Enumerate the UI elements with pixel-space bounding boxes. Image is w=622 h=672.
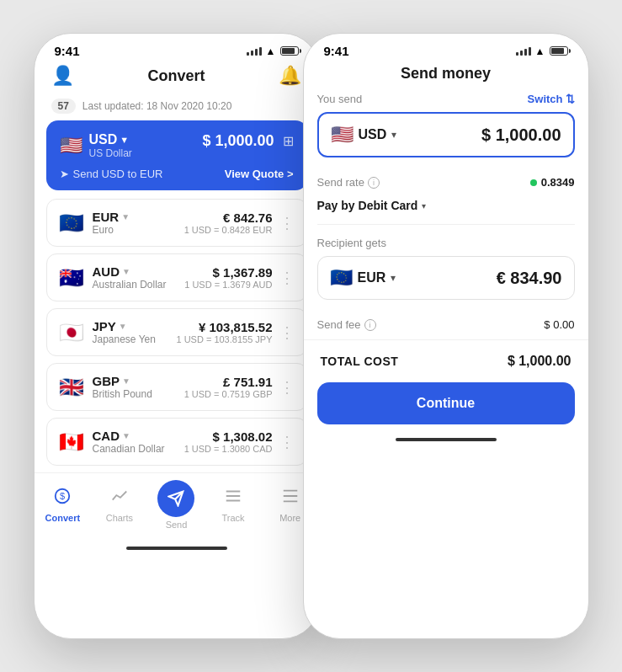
name-aud: Australian Dollar — [93, 279, 167, 291]
send-rate-info-icon[interactable]: i — [368, 177, 380, 189]
status-bar-2: 9:41 ▲ — [304, 34, 588, 61]
amount-gbp: £ 751.91 — [184, 375, 273, 389]
phone-1: 9:41 ▲ 👤 Convert — [34, 33, 320, 639]
dots-icon-aud[interactable]: ⋮ — [279, 269, 295, 287]
send-fee-value: $ 0.00 — [544, 318, 574, 331]
pay-method-chevron: ▾ — [422, 201, 426, 211]
update-text: Last updated: 18 Nov 2020 10:20 — [82, 100, 231, 112]
send-rate-label: Send rate i — [317, 176, 380, 189]
send-fee-row: Send fee i $ 0.00 — [317, 310, 575, 339]
recipient-currency-chevron: ▾ — [391, 272, 396, 284]
name-jpy: Japanese Yen — [93, 333, 156, 345]
nav-track[interactable]: Track — [205, 487, 262, 523]
user-icon[interactable]: 👤 — [51, 65, 74, 87]
flag-gbp: 🇬🇧 — [59, 376, 84, 399]
recipient-gets-label: Recipient gets — [317, 237, 575, 249]
nav-more-label: More — [279, 513, 300, 523]
flag-cad: 🇨🇦 — [59, 430, 84, 454]
battery-icon — [280, 46, 299, 56]
pay-method-row[interactable]: Pay by Debit Card ▾ — [317, 194, 575, 225]
bell-icon[interactable]: 🔔 — [279, 65, 301, 87]
wifi-icon: ▲ — [266, 45, 276, 57]
nav-charts-label: Charts — [106, 513, 133, 523]
recipient-currency-selector[interactable]: 🇪🇺 EUR ▾ — [330, 267, 396, 289]
send-currency-selector[interactable]: 🇺🇸 USD ▾ — [331, 124, 397, 146]
currency-item-eur[interactable]: 🇪🇺 EUR ▼ Euro € 842.76 1 USD = 0.8428 EU… — [46, 199, 307, 247]
wifi-icon-2: ▲ — [535, 45, 545, 57]
nav-send[interactable]: Send — [148, 480, 205, 530]
signal-icon — [247, 47, 262, 56]
amount-aud: $ 1,367.89 — [184, 265, 272, 280]
update-bar: 57 Last updated: 18 Nov 2020 10:20 — [35, 95, 319, 120]
send-label: ➤ Send USD to EUR — [60, 168, 163, 180]
recipient-code: EUR — [358, 270, 386, 285]
status-bar-1: 9:41 ▲ — [35, 34, 319, 61]
time-1: 9:41 — [55, 44, 80, 58]
total-cost-value: $ 1,000.00 — [508, 354, 571, 369]
send-rate-value: 0.8349 — [530, 176, 575, 189]
recipient-gets-card[interactable]: 🇪🇺 EUR ▾ € 834.90 — [317, 256, 575, 300]
signal-icon-2 — [516, 47, 531, 56]
amount-eur: € 842.76 — [184, 211, 273, 225]
currency-item-gbp[interactable]: 🇬🇧 GBP ▼ British Pound £ 751.91 1 USD = … — [46, 363, 307, 411]
flag-aud: 🇦🇺 — [59, 266, 84, 290]
flag-jpy: 🇯🇵 — [59, 321, 84, 344]
view-quote-btn[interactable]: View Quote > — [225, 168, 294, 180]
main-currency-card[interactable]: 🇺🇸 USD ▼ US Dollar $ 1,000.00 ⊞ — [46, 120, 307, 190]
you-send-card[interactable]: 🇺🇸 USD ▾ $ 1,000.00 — [317, 112, 575, 157]
main-name: US Dollar — [89, 147, 132, 159]
code-cad: CAD ▼ — [93, 429, 165, 443]
rate-eur: 1 USD = 0.8428 EUR — [184, 225, 273, 235]
dots-icon-eur[interactable]: ⋮ — [279, 214, 295, 232]
currency-item-aud[interactable]: 🇦🇺 AUD ▼ Australian Dollar $ 1,367.89 1 … — [46, 253, 307, 301]
nav-send-label: Send — [166, 520, 188, 530]
you-send-section: You send Switch ⇅ 🇺🇸 USD ▾ $ 1,000.00 — [304, 93, 588, 339]
send-fee-label: Send fee i — [317, 318, 376, 331]
continue-button[interactable]: Continue — [317, 382, 575, 424]
green-dot-icon — [530, 179, 537, 186]
code-eur: EUR ▼ — [93, 210, 130, 224]
switch-button[interactable]: Switch ⇅ — [528, 93, 575, 105]
status-icons-2: ▲ — [516, 45, 568, 57]
svg-text:$: $ — [60, 491, 65, 501]
time-2: 9:41 — [324, 44, 349, 58]
main-flag: 🇺🇸 — [60, 135, 82, 157]
amount-jpy: ¥ 103,815.52 — [176, 320, 272, 334]
nav-track-label: Track — [222, 513, 245, 523]
nav-convert[interactable]: $ Convert — [35, 487, 92, 523]
you-send-label-row: You send Switch ⇅ — [317, 93, 575, 105]
recipient-flag: 🇪🇺 — [330, 267, 353, 289]
app-header-1: 👤 Convert 🔔 — [35, 61, 319, 95]
pay-method-label: Pay by Debit Card — [317, 199, 418, 212]
flag-eur: 🇪🇺 — [59, 211, 84, 235]
bottom-nav: $ Convert Charts — [35, 472, 319, 543]
send-rate-row: Send rate i 0.8349 — [317, 168, 575, 194]
send-fee-info-icon[interactable]: i — [364, 319, 376, 331]
send-amount: $ 1,000.00 — [481, 125, 561, 145]
currency-item-jpy[interactable]: 🇯🇵 JPY ▼ Japanese Yen ¥ 103,815.52 1 USD… — [46, 308, 307, 356]
total-cost-label: TOTAL COST — [321, 355, 399, 368]
code-gbp: GBP ▼ — [93, 374, 152, 388]
recipient-amount: € 834.90 — [497, 269, 562, 288]
dots-icon-jpy[interactable]: ⋮ — [279, 323, 295, 342]
currency-item-cad[interactable]: 🇨🇦 CAD ▼ Canadian Dollar $ 1,308.02 1 US… — [46, 418, 307, 466]
dots-icon-cad[interactable]: ⋮ — [279, 433, 295, 451]
code-jpy: JPY ▼ — [93, 319, 156, 333]
name-cad: Canadian Dollar — [93, 443, 165, 455]
more-icon — [281, 487, 300, 510]
home-indicator-1 — [126, 547, 227, 550]
calculator-icon[interactable]: ⊞ — [283, 133, 294, 149]
dots-icon-gbp[interactable]: ⋮ — [279, 378, 295, 397]
you-send-label: You send — [317, 93, 363, 105]
status-icons-1: ▲ — [247, 45, 299, 57]
currency-list: 🇪🇺 EUR ▼ Euro € 842.76 1 USD = 0.8428 EU… — [35, 199, 319, 472]
rate-cad: 1 USD = 1.3080 CAD — [184, 444, 273, 454]
nav-charts[interactable]: Charts — [91, 487, 148, 523]
amount-cad: $ 1,308.02 — [184, 429, 273, 444]
send-nav-icon[interactable] — [157, 480, 194, 517]
total-cost-bar: TOTAL COST $ 1,000.00 — [304, 339, 588, 382]
send-money-title: Send money — [304, 61, 588, 93]
name-gbp: British Pound — [93, 388, 152, 400]
switch-icon: ⇅ — [566, 93, 575, 105]
home-indicator-2 — [396, 438, 497, 441]
